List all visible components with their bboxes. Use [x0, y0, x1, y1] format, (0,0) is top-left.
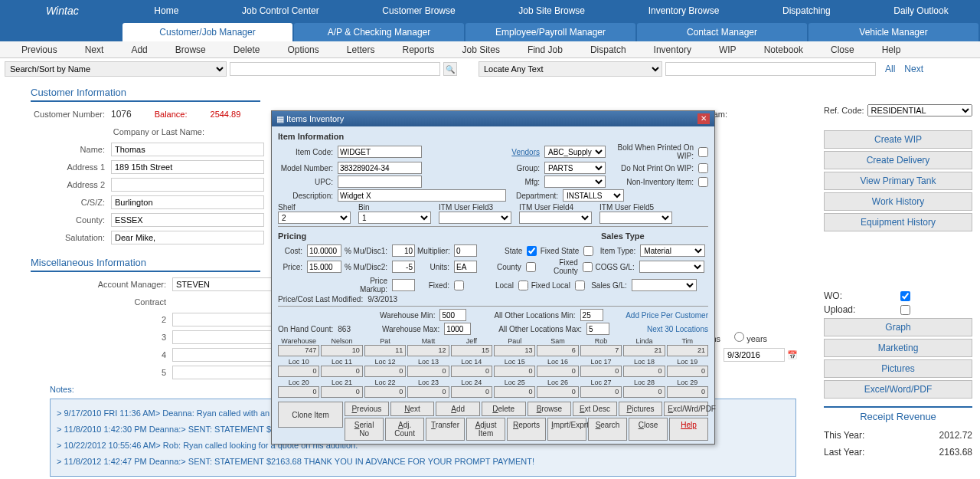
loc-29-value[interactable]: 0: [667, 386, 708, 398]
loc-7-value[interactable]: 7: [580, 345, 622, 356]
dialog-titlebar[interactable]: ▦ Items Inventory ✕: [272, 111, 714, 126]
uf4-select[interactable]: [519, 212, 592, 224]
menu-add[interactable]: Add: [117, 44, 161, 55]
tab-contact-manager[interactable]: Contact Manager: [637, 23, 807, 41]
price-input[interactable]: [307, 261, 341, 273]
csz-input[interactable]: [111, 195, 264, 209]
desc-input[interactable]: [338, 189, 506, 202]
search-button[interactable]: Search: [588, 418, 627, 441]
all-link[interactable]: All: [885, 64, 895, 74]
excel-word-pdf-button[interactable]: Excel/Word/PDF: [824, 380, 972, 399]
topnav-inventory-browse[interactable]: Inventory Browse: [641, 1, 727, 21]
loc-25-value[interactable]: 0: [494, 386, 535, 398]
browse-button[interactable]: Browse: [528, 402, 572, 416]
pictures-button[interactable]: Pictures: [824, 359, 972, 378]
fcounty-checkbox[interactable]: [583, 262, 593, 272]
loc-16-value[interactable]: 0: [537, 366, 578, 377]
menu-reports[interactable]: Reports: [388, 44, 448, 55]
markup-input[interactable]: [392, 279, 415, 291]
previous-button[interactable]: Previous: [345, 402, 389, 416]
mult-input[interactable]: [454, 244, 477, 257]
tab-employee-payroll-manager[interactable]: Employee/Payroll Manager: [466, 23, 635, 41]
loc-11-value[interactable]: 0: [321, 366, 362, 377]
units-input[interactable]: [454, 261, 477, 273]
sort-by-select[interactable]: Search/Sort by Name: [5, 61, 227, 77]
view-primary-tank-button[interactable]: View Primary Tank: [824, 172, 972, 190]
clone-item-button[interactable]: Clone Item: [278, 402, 343, 428]
whmax-input[interactable]: [444, 323, 471, 335]
county-input[interactable]: [111, 213, 264, 227]
search-input[interactable]: [230, 62, 440, 76]
item-code-input[interactable]: [338, 146, 422, 158]
topnav-daily-outlook[interactable]: Daily Outlook: [886, 1, 956, 21]
allmin-input[interactable]: [580, 309, 603, 321]
loc-14-value[interactable]: 0: [451, 366, 492, 377]
menu-dispatch[interactable]: Dispatch: [577, 44, 640, 55]
adj-count-button[interactable]: Adj. Count: [385, 418, 424, 441]
menu-letters[interactable]: Letters: [333, 44, 389, 55]
loc-17-value[interactable]: 0: [580, 366, 622, 377]
upload-checkbox[interactable]: [900, 305, 910, 315]
years-radio[interactable]: [734, 332, 744, 342]
search-button[interactable]: 🔍: [443, 62, 457, 76]
loc-5-value[interactable]: 13: [494, 345, 535, 356]
menu-job-sites[interactable]: Job Sites: [449, 44, 514, 55]
loc-26-value[interactable]: 0: [537, 386, 578, 398]
tab-vehicle-manager[interactable]: Vehicle Manager: [808, 23, 978, 41]
help-button[interactable]: Help: [669, 418, 708, 441]
loc-28-value[interactable]: 0: [623, 386, 665, 398]
loc-9-value[interactable]: 21: [667, 345, 708, 356]
fixed-checkbox[interactable]: [454, 281, 464, 290]
uf3-select[interactable]: [439, 212, 511, 224]
loc-8-value[interactable]: 21: [623, 345, 665, 356]
menu-find-job[interactable]: Find Job: [514, 44, 577, 55]
loc-1-value[interactable]: 10: [321, 345, 362, 356]
locate-input[interactable]: [665, 62, 876, 76]
vendors-select[interactable]: ABC_Supply: [544, 146, 606, 158]
work-history-button[interactable]: Work History: [824, 192, 972, 211]
next-link[interactable]: Next: [904, 64, 923, 74]
menu-notebook[interactable]: Notebook: [750, 44, 817, 55]
create-wip-button[interactable]: Create WIP: [824, 130, 972, 149]
menu-help[interactable]: Help: [868, 44, 915, 55]
loc-0-value[interactable]: 747: [278, 345, 319, 356]
noninv-checkbox[interactable]: [698, 177, 708, 187]
loc-6-value[interactable]: 6: [537, 345, 578, 356]
loc-4-value[interactable]: 15: [451, 345, 492, 356]
topnav-home[interactable]: Home: [146, 1, 186, 21]
marketing-button[interactable]: Marketing: [824, 339, 972, 357]
adjust-item-button[interactable]: Adjust Item: [466, 418, 505, 441]
topnav-job-site-browse[interactable]: Job Site Browse: [511, 1, 593, 21]
imprt-exprt-button[interactable]: Imprt/Exprt: [547, 418, 586, 441]
menu-browse[interactable]: Browse: [162, 44, 220, 55]
add-price-link[interactable]: Add Price Per Customer: [626, 311, 708, 320]
allmax-input[interactable]: [586, 323, 609, 335]
bin-select[interactable]: 1: [358, 212, 431, 224]
group-select[interactable]: PARTS: [544, 162, 606, 174]
loc-22-value[interactable]: 0: [364, 386, 406, 398]
tab-customer-job-manager[interactable]: Customer/Job Manager: [122, 23, 292, 41]
cogs-select[interactable]: [639, 261, 704, 273]
loc-10-value[interactable]: 0: [278, 366, 319, 377]
close-icon[interactable]: ✕: [697, 113, 710, 124]
pictures-button[interactable]: Pictures: [619, 402, 663, 416]
graph-button[interactable]: Graph: [824, 318, 972, 336]
loc-2-value[interactable]: 11: [364, 345, 406, 356]
vendors-link[interactable]: Vendors: [511, 148, 542, 156]
menu-wip[interactable]: WIP: [705, 44, 750, 55]
loc-3-value[interactable]: 12: [407, 345, 449, 356]
cost-input[interactable]: [307, 244, 341, 257]
whmin-input[interactable]: [439, 309, 466, 321]
mfg-select[interactable]: [544, 176, 606, 188]
noprint-checkbox[interactable]: [698, 163, 708, 173]
calendar-icon[interactable]: 📅: [787, 350, 798, 359]
acct-mgr-input[interactable]: [172, 277, 272, 291]
state-checkbox[interactable]: [527, 246, 537, 256]
topnav-dispatching[interactable]: Dispatching: [775, 1, 838, 21]
uf5-select[interactable]: [599, 212, 672, 224]
loc-15-value[interactable]: 0: [494, 366, 535, 377]
refcode-select[interactable]: RESIDENTIAL: [867, 104, 972, 116]
dept-select[interactable]: INSTALLS: [563, 189, 624, 202]
model-input[interactable]: [338, 162, 422, 174]
menu-options[interactable]: Options: [273, 44, 332, 55]
